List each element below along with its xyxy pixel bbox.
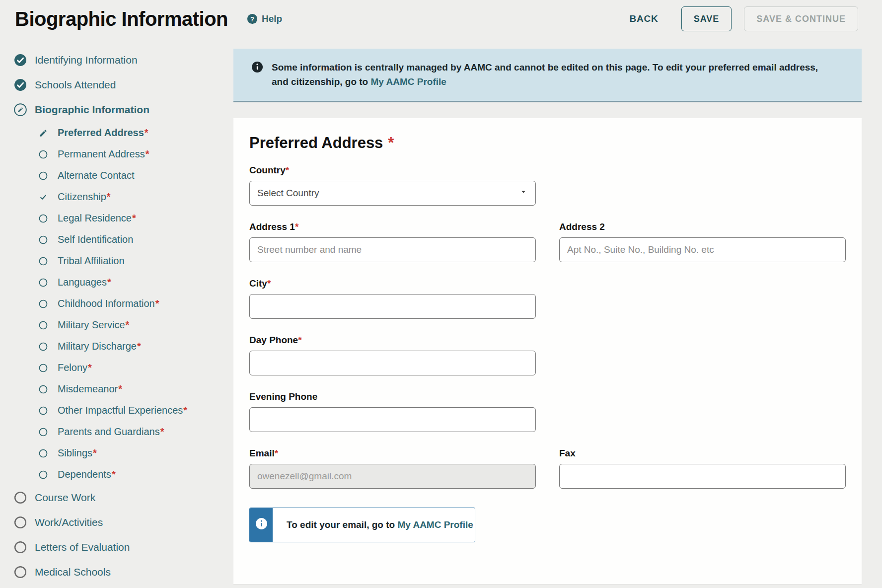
day-phone-input[interactable]	[249, 351, 536, 375]
info-banner-message: Some information is centrally managed by…	[272, 62, 818, 87]
circle-icon	[37, 235, 50, 244]
sidebar-item-military-service[interactable]: Military Service*	[14, 314, 233, 336]
sidebar-item-dependents[interactable]: Dependents*	[14, 464, 233, 485]
circle-icon	[37, 214, 50, 223]
sidebar-item-military-discharge[interactable]: Military Discharge*	[14, 336, 233, 357]
chevron-down-icon	[518, 187, 528, 199]
country-required-mark: *	[286, 165, 289, 175]
address1-label-text: Address 1	[249, 221, 295, 232]
back-button[interactable]: BACK	[630, 13, 659, 24]
svg-text:?: ?	[250, 15, 254, 23]
sidebar-item-preferred-address[interactable]: Preferred Address*	[14, 122, 233, 144]
fax-label-text: Fax	[559, 448, 576, 458]
address2-field: Address 2	[559, 221, 846, 262]
country-label: Country*	[249, 165, 536, 176]
sidebar-item-label: Medical Schools	[35, 566, 111, 578]
circle-icon	[37, 385, 50, 394]
sidebar-item-languages[interactable]: Languages*	[14, 272, 233, 293]
required-mark: *	[112, 469, 116, 480]
day-phone-label: Day Phone*	[249, 335, 536, 346]
circle-icon	[37, 278, 50, 287]
sidebar-item-alternate-contact[interactable]: Alternate Contact	[14, 165, 233, 186]
day-phone-required-mark: *	[298, 335, 301, 345]
sidebar-item-permanent-address[interactable]: Permanent Address*	[14, 144, 233, 165]
sidebar-item-label: Siblings*	[58, 447, 97, 459]
sidebar-item-label: Legal Residence*	[58, 213, 136, 224]
sidebar-item-label: Alternate Contact	[58, 170, 135, 181]
form-heading-required-mark: *	[388, 134, 394, 151]
evening-phone-input[interactable]	[249, 407, 536, 432]
my-aamc-profile-link[interactable]: My AAMC Profile	[397, 519, 473, 530]
sidebar-item-work-activities[interactable]: Work/Activities	[14, 510, 233, 535]
info-icon	[255, 517, 268, 532]
sidebar-item-other-impactful-experiences[interactable]: Other Impactful Experiences*	[14, 400, 233, 421]
pencil-icon	[37, 128, 50, 138]
sidebar-item-course-work[interactable]: Course Work	[14, 485, 233, 510]
fax-input[interactable]	[559, 464, 846, 489]
help-icon: ?	[247, 13, 258, 24]
circle-icon	[37, 342, 50, 351]
country-label-text: Country	[249, 165, 286, 175]
required-mark: *	[107, 191, 111, 202]
required-mark: *	[183, 405, 187, 416]
evening-phone-label-text: Evening Phone	[249, 391, 317, 402]
required-mark: *	[160, 426, 164, 437]
required-mark: *	[155, 298, 159, 309]
address2-label: Address 2	[559, 221, 846, 232]
sidebar-item-siblings[interactable]: Siblings*	[14, 442, 233, 464]
circle-icon	[37, 257, 50, 266]
sidebar-item-citizenship[interactable]: Citizenship*	[14, 186, 233, 208]
sidebar-item-self-identification[interactable]: Self Identification	[14, 229, 233, 250]
sidebar-item-medical-schools[interactable]: Medical Schools	[14, 560, 233, 585]
help-button[interactable]: ? Help	[247, 13, 282, 24]
check-icon	[37, 193, 50, 202]
sidebar-item-label: Misdemeanor*	[58, 383, 122, 395]
circle-icon	[37, 299, 50, 308]
page-header: Biographic Information ? Help BACK SAVE …	[0, 0, 882, 33]
address1-label: Address 1*	[249, 221, 536, 232]
sidebar-item-label: Citizenship*	[58, 191, 111, 203]
country-select[interactable]: Select Country	[249, 181, 536, 206]
sidebar-item-letters-of-evaluation[interactable]: Letters of Evaluation	[14, 535, 233, 560]
required-mark: *	[88, 362, 92, 373]
sidebar-item-tribal-affiliation[interactable]: Tribal Affiliation	[14, 250, 233, 272]
help-label: Help	[262, 13, 282, 24]
save-button[interactable]: SAVE	[681, 6, 732, 31]
circle-icon	[37, 171, 50, 180]
sidebar-item-label: Tribal Affiliation	[58, 255, 125, 267]
required-mark: *	[145, 127, 148, 138]
sidebar-item-childhood-information[interactable]: Childhood Information*	[14, 293, 233, 314]
sidebar-item-label: Schools Attended	[35, 79, 116, 91]
circle-icon	[37, 150, 50, 159]
country-select-value: Select Country	[257, 188, 319, 199]
application-sections-sidebar: Identifying InformationSchools AttendedB…	[0, 33, 233, 585]
circle-dark-icon	[14, 566, 27, 579]
fax-label: Fax	[559, 448, 846, 459]
city-input[interactable]	[249, 294, 536, 319]
my-aamc-profile-link[interactable]: My AAMC Profile	[371, 76, 446, 87]
required-mark: *	[118, 383, 122, 394]
sidebar-item-parents-and-guardians[interactable]: Parents and Guardians*	[14, 421, 233, 442]
circle-dark-icon	[14, 516, 27, 529]
info-banner-text: Some information is centrally managed by…	[272, 60, 828, 89]
required-mark: *	[126, 319, 130, 330]
address2-input[interactable]	[559, 237, 846, 262]
sidebar-item-label: Biographic Information	[35, 104, 149, 116]
sidebar-item-legal-residence[interactable]: Legal Residence*	[14, 208, 233, 229]
day-phone-field: Day Phone*	[249, 335, 536, 375]
sidebar-item-label: Other Impactful Experiences*	[58, 405, 187, 416]
sidebar-item-schools-attended[interactable]: Schools Attended	[14, 73, 233, 97]
check-circle-icon	[14, 78, 27, 91]
sidebar-item-biographic-information[interactable]: Biographic Information	[14, 97, 233, 122]
save-and-continue-button: SAVE & CONTINUE	[744, 6, 858, 31]
circle-icon	[37, 470, 50, 479]
sidebar-item-misdemeanor[interactable]: Misdemeanor*	[14, 378, 233, 400]
sidebar-item-label: Permanent Address*	[58, 148, 149, 160]
address1-input[interactable]	[249, 237, 536, 262]
main-content: Some information is centrally managed by…	[233, 33, 862, 584]
day-phone-label-text: Day Phone	[249, 335, 298, 345]
address1-field: Address 1*	[249, 221, 536, 262]
form-heading-text: Preferred Address	[249, 134, 383, 151]
sidebar-item-identifying-information[interactable]: Identifying Information	[14, 48, 233, 73]
sidebar-item-felony[interactable]: Felony*	[14, 357, 233, 378]
